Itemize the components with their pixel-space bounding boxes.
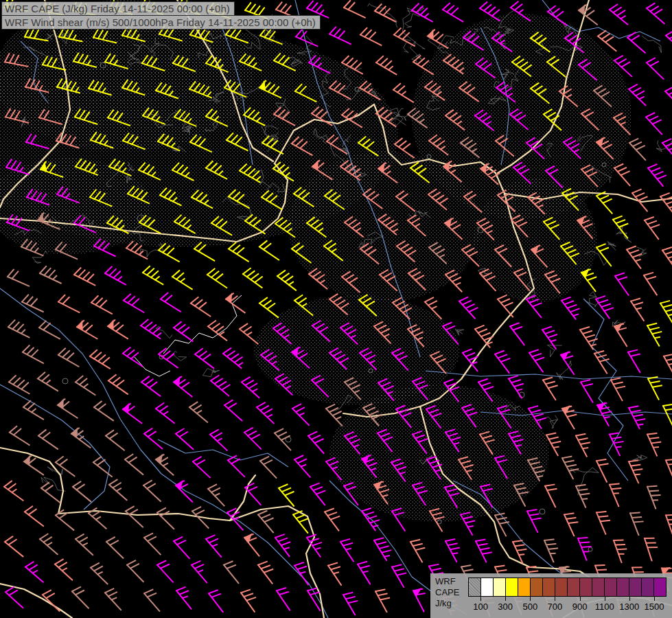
legend-tick [605,597,605,601]
legend-cell [568,578,580,596]
legend-cell [506,578,518,596]
legend-tick-label: 500 [522,602,537,612]
legend-cell [555,578,568,596]
legend-tick-label: 100 [473,602,488,612]
legend-tick-label: 1300 [619,602,639,612]
map-canvas [0,0,672,618]
legend-cell [592,578,605,596]
legend-tick [480,597,481,601]
legend-cell [531,578,543,596]
cape-legend: WRF CAPE J/kg 10030050070090011001300150… [430,573,672,618]
legend-param-label: CAPE [435,587,467,598]
legend-tick [629,597,630,601]
cape-stipple-blob [329,385,549,522]
legend-model-label: WRF [435,576,467,587]
legend-tick-label: 900 [572,602,588,612]
legend-cell [617,578,629,596]
legend-tick-label: 700 [548,602,563,612]
legend-cell [518,578,531,596]
cape-stipple-blob [474,179,597,302]
legend-tick [654,597,655,601]
legend-unit-label: J/kg [435,598,467,609]
legend-tick [555,597,555,601]
map-title-cape: WRF CAPE (J/kg) Friday 14-11-2025 00:00 … [1,1,235,16]
legend-tick [505,597,506,601]
legend-tick-label: 1100 [595,602,614,612]
legend-tick-label: 1500 [644,602,664,612]
legend-cell [654,578,666,596]
legend-cell [469,578,481,596]
legend-colorbar [468,577,667,597]
map-title-windshear: WRF Wind shear (m/s) 500/1000hPa Friday … [1,15,321,30]
legend-cell [642,578,654,596]
legend-colorbar-wrap: 100300500700900110013001500 [468,577,667,612]
legend-cell [580,578,592,596]
legend-cell [481,578,494,596]
legend-tick-labels: 100300500700900110013001500 [468,602,667,612]
legend-tick [580,597,581,601]
legend-cell [605,578,617,596]
legend-cell [543,578,555,596]
legend-cell [629,578,642,596]
legend-tick-label: 300 [498,602,513,612]
weather-map-stage: WRF CAPE (J/kg) Friday 14-11-2025 00:00 … [0,0,672,618]
legend-cell [494,578,506,596]
legend-ticks [468,597,667,602]
legend-label: WRF CAPE J/kg [430,573,467,609]
legend-tick [530,597,531,601]
